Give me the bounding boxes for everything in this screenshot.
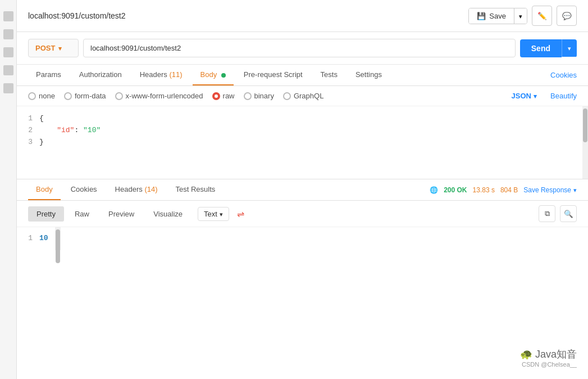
send-button[interactable]: Send [520,39,562,57]
editor-code-content[interactable]: { "id": "10" } [37,106,582,179]
save-response-link[interactable]: Save Response [523,186,577,194]
edit-icon: ✏️ [537,12,547,20]
status-badge: 200 OK [444,186,467,194]
copy-button[interactable]: ⧉ [539,205,555,222]
top-bar: localhost:9091/custom/test2 💾 Save ✏️ 💬 [17,0,588,32]
radio-raw-circle [212,92,220,100]
method-label: POST [35,44,55,52]
copy-icon: ⧉ [545,209,550,218]
editor-line-numbers: 1 2 3 [17,106,37,179]
text-type-chevron [220,210,223,218]
editor-scrollbar-thumb [583,109,587,142]
beautify-link[interactable]: Beautify [550,92,577,100]
response-tabs-row: Body Cookies Headers (14) Test Results 🌐… [17,179,588,201]
text-type-label: Text [204,210,217,218]
radio-urlencoded[interactable]: x-www-form-urlencoded [115,92,203,100]
response-line-numbers: 1 [17,227,37,250]
editor-key-id: "id" [57,126,74,134]
text-type-select[interactable]: Text [198,207,229,221]
search-icon: 🔍 [564,210,573,218]
tab-authorization[interactable]: Authorization [71,65,130,85]
edit-button[interactable]: ✏️ [532,6,552,26]
radio-urlencoded-circle [115,92,123,100]
sidebar-icon-2[interactable] [3,29,13,39]
response-size: 804 B [500,186,518,194]
save-label: Save [489,12,506,20]
response-tab-test-results[interactable]: Test Results [168,179,224,200]
send-btn-group: Send [520,39,577,57]
body-options-row: none form-data x-www-form-urlencoded raw… [17,86,588,106]
save-button[interactable]: 💾 Save [469,8,514,24]
tab-body[interactable]: Body [193,65,234,85]
radio-none-circle [28,92,36,100]
main-content: localhost:9091/custom/test2 💾 Save ✏️ 💬 … [17,0,588,250]
watermark-sub: CSDN @Chelsea__ [520,361,577,368]
search-button[interactable]: 🔍 [560,205,577,222]
request-tabs-row: Params Authorization Headers (11) Body P… [17,65,588,86]
sidebar-icon-4[interactable] [3,65,13,75]
response-tab-cookies[interactable]: Cookies [63,179,105,200]
radio-graphql-circle [283,92,291,100]
radio-form-data[interactable]: form-data [64,92,106,100]
radio-none-label: none [39,92,55,100]
response-time: 13.83 s [473,186,495,194]
wrap-icon[interactable]: ⇌ [237,209,244,219]
top-bar-actions: 💾 Save ✏️ 💬 [468,6,577,26]
radio-form-data-circle [64,92,72,100]
response-tab-body[interactable]: Body [28,179,61,200]
method-chevron-icon [58,44,62,52]
comment-button[interactable]: 💬 [557,6,577,26]
editor-area: 1 2 3 { "id": "10" } [17,106,588,179]
tab-headers[interactable]: Headers (11) [132,65,190,85]
watermark-icon: 🐢 [520,349,532,360]
response-tab-headers[interactable]: Headers (14) [107,179,166,200]
json-type-label: JSON [512,92,531,100]
send-chevron-icon [568,44,571,52]
editor-line-3: } [39,137,576,148]
url-bar: POST localhost:9091/custom/test2 Send [17,32,588,65]
editor-brace-close: } [39,138,44,146]
format-tab-visualize[interactable]: Visualize [145,206,191,222]
save-btn-group: 💾 Save [468,8,527,24]
format-tab-preview[interactable]: Preview [100,206,143,222]
radio-binary-circle [244,92,252,100]
cookies-link[interactable]: Cookies [550,71,577,79]
tab-pre-request[interactable]: Pre-request Script [236,65,311,85]
sidebar-icon-5[interactable] [3,83,13,93]
json-type-select[interactable]: JSON [512,92,537,100]
sidebar-icon-1[interactable] [3,11,13,21]
left-sidebar [0,0,17,379]
radio-none[interactable]: none [28,92,55,100]
editor-scrollbar[interactable] [582,106,588,179]
radio-graphql[interactable]: GraphQL [283,92,323,100]
radio-graphql-label: GraphQL [294,92,323,100]
response-actions: ⧉ 🔍 [539,205,577,222]
save-chevron-button[interactable] [514,8,527,24]
method-select[interactable]: POST [28,39,79,57]
format-tab-raw[interactable]: Raw [66,206,98,222]
json-type-chevron [534,92,537,100]
save-response-chevron [573,186,577,194]
response-body: 1 10 [17,227,588,250]
tab-settings[interactable]: Settings [348,65,390,85]
body-dot-indicator [221,73,226,78]
editor-line-2: "id": "10" [39,125,576,137]
format-tab-pretty[interactable]: Pretty [28,206,64,222]
tab-params[interactable]: Params [28,65,69,85]
save-icon: 💾 [477,12,486,20]
editor-brace-open: { [39,114,44,123]
editor-line-1: { [39,113,576,125]
send-chevron-button[interactable] [562,39,577,57]
comment-icon: 💬 [562,12,572,20]
tab-tests[interactable]: Tests [313,65,345,85]
radio-form-data-label: form-data [75,92,106,100]
radio-raw-label: raw [223,92,235,100]
sidebar-icon-3[interactable] [3,47,13,57]
radio-raw[interactable]: raw [212,92,235,100]
response-meta: 🌐 200 OK 13.83 s 804 B Save Response [430,186,577,194]
url-input[interactable]: localhost:9091/custom/test2 [83,39,516,57]
radio-binary[interactable]: binary [244,92,274,100]
response-scrollbar[interactable] [55,227,61,250]
radio-urlencoded-label: x-www-form-urlencoded [126,92,203,100]
save-chevron-icon [519,12,522,20]
